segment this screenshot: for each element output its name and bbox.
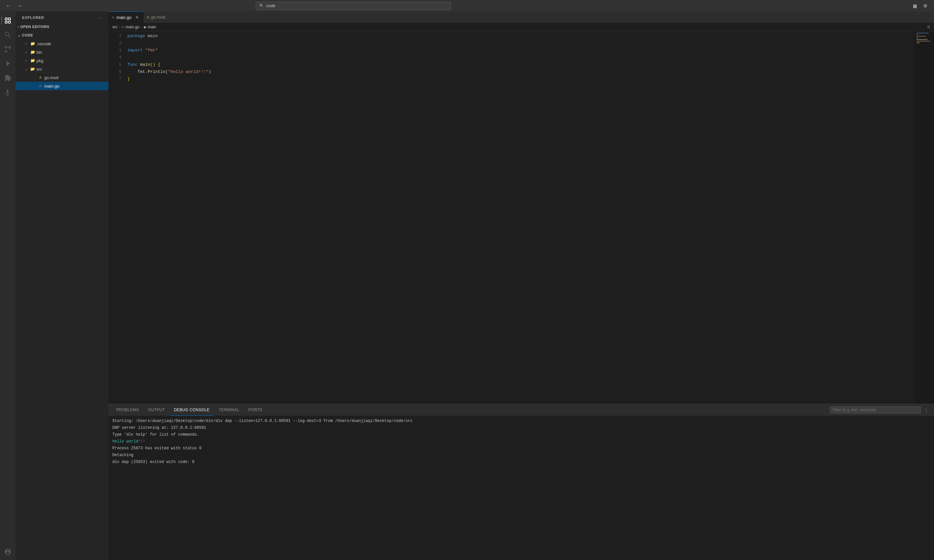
tab-ports[interactable]: PORTS — [245, 404, 266, 416]
tree-item-vscode[interactable]: › 📁 .vscode — [15, 39, 108, 48]
pkg-chevron: › — [23, 58, 29, 63]
filter-input[interactable] — [830, 406, 921, 414]
minimap-line-3 — [916, 36, 926, 37]
open-editors-section[interactable]: › OPEN EDITORS — [15, 23, 108, 31]
bin-chevron: › — [23, 49, 29, 55]
folder-icon-pkg: 📁 — [30, 58, 35, 63]
tree-item-bin[interactable]: › 📁 bin — [15, 48, 108, 56]
titlebar: ← → 🔍 code ▦ ⚙ — [0, 0, 934, 11]
gomod-label: go.mod — [44, 75, 108, 80]
tab-output[interactable]: OUTPUT — [144, 404, 169, 416]
activity-item-search[interactable] — [1, 28, 14, 42]
code-section-label: CODE — [22, 33, 33, 37]
tab-terminal[interactable]: TERMINAL — [215, 404, 243, 416]
console-line-7: dlv dap (25853) exited with code: 0 — [112, 459, 930, 465]
console-line-3: Type 'dlv help' for list of commands. — [112, 431, 930, 438]
activity-item-extensions[interactable] — [1, 71, 14, 84]
sidebar-header: EXPLORER ··· — [15, 11, 108, 23]
breadcrumb-maingo-icon: ∞ — [122, 25, 125, 29]
code-section-header[interactable]: ⌄ CODE — [15, 31, 108, 39]
src-chevron: ⌄ — [23, 66, 29, 72]
panel-filter: ⋮ — [830, 406, 930, 414]
minimap — [914, 31, 934, 404]
breadcrumb-src-label: src — [112, 25, 118, 29]
console-line-2: DAP server listening at: 127.0.0.1:60591 — [112, 425, 930, 431]
activity-item-explorer[interactable] — [1, 14, 14, 27]
code-line-3: import "fmt" — [125, 47, 914, 54]
src-label: src — [37, 67, 108, 72]
breadcrumb-fn-label: main — [148, 25, 156, 29]
editor-filter-icon[interactable]: ≡ — [927, 24, 930, 30]
breadcrumb-fn-icon: ◈ — [143, 25, 146, 29]
console-line-4: hello world!!! — [112, 438, 930, 445]
tab-icon-go-mod: ≡ — [147, 15, 149, 20]
folder-icon-src: 📂 — [30, 66, 35, 72]
tab-close-main-go[interactable]: ✕ — [134, 14, 140, 20]
tree-item-src[interactable]: ⌄ 📂 src — [15, 65, 108, 73]
code-line-4 — [125, 54, 914, 61]
folder-icon: 📁 — [30, 41, 35, 46]
tab-bar: ∞ main.go ✕ ≡ go.mod — [108, 11, 934, 23]
activity-item-testing[interactable] — [1, 86, 14, 98]
panel-content[interactable]: Starting: /Users/duanjiaqi/Desktop/code/… — [108, 416, 934, 560]
minimap-line-5 — [916, 39, 928, 40]
bottom-panel: PROBLEMS OUTPUT DEBUG CONSOLE TERMINAL P… — [108, 404, 934, 560]
sidebar-more-button[interactable]: ··· — [97, 14, 105, 21]
breadcrumb-maingo-label: main.go — [126, 25, 140, 29]
breadcrumb: src › ∞ main.go › ◈ main ≡ — [108, 23, 934, 31]
maingo-label: main.go — [44, 84, 108, 89]
tree-item-maingo[interactable]: ∞ main.go — [15, 82, 108, 90]
code-line-5: func main() { — [125, 61, 914, 68]
editor-actions: ≡ — [927, 24, 930, 30]
minimap-line-2 — [916, 34, 918, 35]
pkg-label: pkg — [37, 58, 108, 63]
activity-item-run[interactable] — [1, 57, 14, 70]
open-editors-chevron: › — [18, 25, 19, 29]
nav-forward-button[interactable]: → — [15, 1, 24, 11]
titlebar-search: 🔍 code — [255, 2, 451, 10]
content-area: ∞ main.go ✕ ≡ go.mod src › ∞ main.go › ◈… — [108, 11, 934, 560]
search-box[interactable]: 🔍 code — [255, 2, 451, 10]
tab-debug-console[interactable]: DEBUG CONSOLE — [170, 404, 213, 416]
activity-item-source-control[interactable] — [1, 43, 14, 56]
nav-back-button[interactable]: ← — [4, 1, 13, 11]
minimap-line-6 — [916, 41, 931, 42]
tree-section: › OPEN EDITORS ⌄ CODE › 📁 .vscode › 📁 bi… — [15, 23, 108, 560]
tree-item-pkg[interactable]: › 📁 pkg — [15, 56, 108, 65]
panel-menu-button[interactable]: ⋮ — [922, 406, 930, 414]
settings-button[interactable]: ⚙ — [921, 2, 930, 9]
breadcrumb-src[interactable]: src — [112, 25, 118, 29]
tab-label-go-mod: go.mod — [151, 15, 165, 20]
tab-main-go[interactable]: ∞ main.go ✕ — [108, 11, 144, 23]
code-line-7: } — [125, 75, 914, 83]
layout-button[interactable]: ▦ — [911, 2, 920, 9]
sidebar-title: EXPLORER — [22, 15, 44, 20]
tab-label-main-go: main.go — [117, 15, 132, 20]
titlebar-nav: ← → — [4, 1, 24, 11]
breadcrumb-main-fn[interactable]: ◈ main — [143, 25, 156, 29]
activity-bar — [0, 11, 15, 560]
tab-problems[interactable]: PROBLEMS — [112, 404, 143, 416]
maingo-icon: ∞ — [38, 83, 43, 89]
minimap-line-7 — [916, 42, 920, 43]
open-editors-label: OPEN EDITORS — [20, 25, 49, 29]
titlebar-right: ▦ ⚙ — [911, 2, 930, 9]
activity-item-account[interactable] — [1, 547, 14, 560]
breadcrumb-maingo[interactable]: ∞ main.go — [122, 25, 139, 29]
tree-item-gomod[interactable]: ≡ go.mod — [15, 73, 108, 82]
console-line-1: Starting: /Users/duanjiaqi/Desktop/code/… — [112, 418, 930, 424]
console-line-5: Process 25873 has exited with status 0 — [112, 445, 930, 452]
folder-icon-bin: 📁 — [30, 49, 35, 55]
console-line-6: Detaching — [112, 452, 930, 458]
code-content[interactable]: package main import "fmt" func main() { … — [125, 31, 914, 404]
tab-icon-main-go: ∞ — [112, 15, 115, 20]
search-value: code — [266, 3, 275, 8]
minimap-lines — [914, 31, 934, 45]
code-line-1: package main — [125, 32, 914, 40]
minimap-line-4 — [916, 37, 918, 38]
tab-go-mod[interactable]: ≡ go.mod — [144, 11, 176, 23]
sidebar-actions: ··· — [97, 14, 105, 21]
code-section-chevron: ⌄ — [18, 33, 21, 37]
editor-area: 1 2 3 4 5 6 7 package main import "fmt" … — [108, 31, 934, 404]
panel-tabs: PROBLEMS OUTPUT DEBUG CONSOLE TERMINAL P… — [108, 404, 934, 416]
